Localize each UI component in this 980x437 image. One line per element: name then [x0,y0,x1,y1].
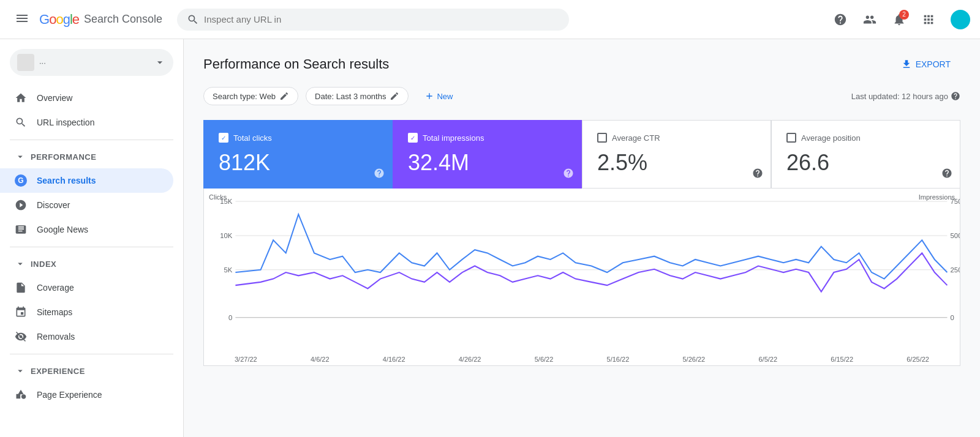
x-label-3: 4/16/22 [383,356,405,363]
product-name: Search Console [84,13,162,26]
home-icon [15,92,27,104]
notification-count: 2 [899,10,909,20]
sidebar-item-overview[interactable]: Overview [0,86,173,110]
average-position-label: Average position [786,133,945,143]
metric-average-position[interactable]: Average position 26.6 [771,120,960,189]
sidebar-item-coverage[interactable]: Coverage [0,275,173,300]
chart-x-labels: 3/27/22 4/6/22 4/16/22 4/26/22 5/6/22 5/… [235,356,929,363]
apps-button[interactable] [916,7,941,32]
date-filter[interactable]: Date: Last 3 months [306,87,409,105]
sidebar-section-experience[interactable]: Experience [0,359,183,383]
svg-text:10K: 10K [220,232,232,239]
chevron-right-icon [15,365,26,376]
page-header: Performance on Search results EXPORT [203,54,960,75]
average-ctr-label: Average CTR [597,133,756,143]
export-label: EXPORT [916,59,951,69]
metric-total-impressions[interactable]: Total impressions 32.4M [393,120,582,189]
total-impressions-value: 32.4M [408,150,567,176]
logo-o-red: o [49,12,56,27]
filter-bar: Search type: Web Date: Last 3 months New… [203,87,960,105]
sidebar-item-url-inspection[interactable]: URL inspection [0,110,173,135]
manage-users-button[interactable] [858,7,882,32]
page-title: Performance on Search results [203,56,389,72]
metric-average-ctr[interactable]: Average CTR 2.5% [582,120,771,189]
total-impressions-label: Total impressions [408,133,567,143]
property-selector[interactable]: ··· [10,49,173,76]
edit-date-icon [390,91,399,101]
total-impressions-help[interactable] [563,168,574,181]
new-filter-button[interactable]: New [416,88,461,105]
discover-icon [15,199,27,211]
metric-total-clicks[interactable]: Total clicks 812K [203,120,393,189]
sidebar-item-search-results[interactable]: G Search results [0,168,173,193]
url-inspect-input[interactable] [204,14,559,24]
removals-icon [15,331,27,343]
logo-g-blue: G [39,12,49,27]
logo-e-red: e [72,12,79,27]
last-updated: Last updated: 12 hours ago [851,91,960,101]
sidebar-item-removals[interactable]: Removals [0,324,173,349]
page-experience-icon [15,389,27,401]
date-filter-label: Date: Last 3 months [315,92,386,101]
sidebar-item-sitemaps[interactable]: Sitemaps [0,300,173,324]
new-filter-label: New [437,92,453,101]
removals-label: Removals [37,332,75,342]
help-button[interactable] [828,7,853,32]
average-ctr-value: 2.5% [597,150,756,176]
sidebar: ··· Overview URL inspection [0,39,184,437]
sitemaps-icon [15,306,27,318]
total-clicks-label: Total clicks [219,133,377,143]
sidebar-divider-2 [10,247,173,247]
menu-icon[interactable] [10,6,34,32]
sidebar-section-index[interactable]: Index [0,252,183,275]
sidebar-item-discover[interactable]: Discover [0,193,173,217]
app-layout: ··· Overview URL inspection [0,39,980,437]
property-name: ··· [39,58,149,67]
property-icon [17,54,34,71]
coverage-icon [15,282,27,294]
chart-svg: 15K 10K 5K 0 750K 500K 250K 0 [204,189,960,343]
sidebar-section-performance[interactable]: Performance [0,145,183,168]
average-position-value: 26.6 [786,150,945,176]
notifications-button[interactable]: 2 [887,7,911,32]
sidebar-divider-3 [10,354,173,354]
app-header: Google Search Console 2 [0,0,980,39]
add-icon [424,91,434,101]
svg-text:750K: 750K [951,198,960,205]
total-clicks-checkbox [219,133,228,143]
chevron-down-icon [15,151,26,162]
svg-text:0: 0 [951,314,954,321]
apps-icon [922,13,935,26]
total-clicks-help[interactable] [374,168,385,181]
last-updated-help-icon [951,91,960,101]
total-clicks-value: 812K [219,150,377,176]
experience-section-label: Experience [31,367,85,376]
logo-g-blue2: g [63,12,70,27]
average-position-help[interactable] [941,168,952,181]
google-news-label: Google News [37,225,88,234]
svg-text:0: 0 [228,314,232,321]
svg-text:500K: 500K [951,232,960,239]
sidebar-item-page-experience[interactable]: Page Experience [0,383,173,407]
x-label-1: 3/27/22 [235,356,257,363]
x-label-2: 4/6/22 [311,356,330,363]
export-button[interactable]: EXPORT [891,54,960,75]
average-position-checkbox [786,133,796,143]
google-logo[interactable]: Google Search Console [39,12,162,28]
url-inspect-search[interactable] [177,9,569,31]
x-label-6: 5/16/22 [607,356,630,363]
overview-label: Overview [37,93,72,103]
user-avatar[interactable] [951,10,970,29]
svg-text:250K: 250K [951,266,960,274]
x-label-5: 5/6/22 [535,356,554,363]
sitemaps-label: Sitemaps [37,307,72,317]
total-impressions-checkbox [408,133,418,143]
search-type-filter[interactable]: Search type: Web [203,87,298,105]
property-dropdown-icon [154,56,166,69]
chevron-down-icon-2 [15,258,26,269]
url-search-icon [15,116,27,129]
average-ctr-help[interactable] [752,168,763,181]
google-news-icon [15,223,27,236]
sidebar-item-google-news[interactable]: Google News [0,217,173,242]
search-results-label: Search results [37,176,96,185]
